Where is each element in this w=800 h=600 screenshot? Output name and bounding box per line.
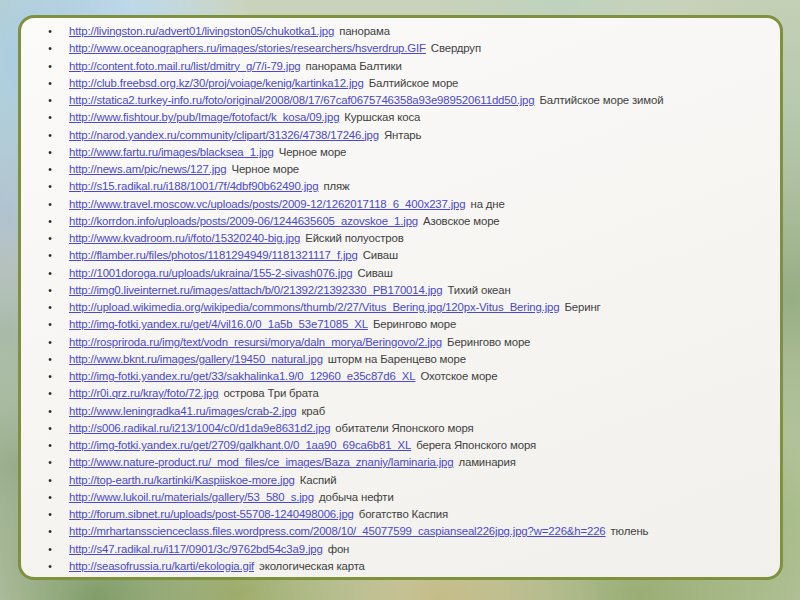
bullet-icon: •	[43, 127, 57, 144]
list-item: •http://img-fotki.yandex.ru/get/4/vil16.…	[33, 316, 772, 333]
link-label: Берингово море	[447, 336, 530, 348]
link-label: Балтийское море зимой	[539, 94, 663, 106]
link-label: острова Три брата	[223, 387, 318, 399]
link-url[interactable]: http://seasofrussia.ru/karti/ekologia.gi…	[69, 560, 254, 572]
link-url[interactable]: http://img0.liveinternet.ru/images/attac…	[69, 284, 442, 296]
list-item: •http://korrdon.info/uploads/posts/2009-…	[33, 213, 772, 230]
list-item: •http://s006.radikal.ru/i213/1004/c0/d1d…	[33, 420, 772, 437]
link-label: Беринг	[564, 301, 600, 313]
list-item: •http://mrhartansscienceclass.files.word…	[33, 523, 772, 540]
list-item: •http://upload.wikimedia.org/wikipedia/c…	[33, 299, 772, 316]
list-item: •http://forum.sibnet.ru/uploads/post-557…	[33, 506, 772, 523]
link-url[interactable]: http://www.nature-product.ru/_mod_files/…	[69, 456, 453, 468]
bullet-icon: •	[43, 489, 57, 506]
list-item: •http://s47.radikal.ru/i117/0901/3c/9762…	[33, 541, 772, 558]
link-label: добыча нефти	[319, 491, 394, 503]
bullet-icon: •	[43, 523, 57, 540]
link-label: фон	[328, 543, 350, 555]
link-url[interactable]: http://upload.wikimedia.org/wikipedia/co…	[69, 301, 559, 313]
bullet-icon: •	[43, 420, 57, 437]
bullet-icon: •	[43, 144, 57, 161]
bullet-icon: •	[43, 23, 57, 40]
bullet-icon: •	[43, 454, 57, 471]
list-item: •http://www.nature-product.ru/_mod_files…	[33, 454, 772, 471]
link-url[interactable]: http://img-fotki.yandex.ru/get/2709/galk…	[69, 439, 411, 451]
link-url[interactable]: http://img-fotki.yandex.ru/get/4/vil16.0…	[69, 318, 368, 330]
bullet-icon: •	[43, 334, 57, 351]
list-item: •http://statica2.turkey-info.ru/foto/ori…	[33, 92, 772, 109]
bullet-icon: •	[43, 40, 57, 57]
list-item: •http://www.fishtour.by/pub/Image/fotofa…	[33, 109, 772, 126]
bullet-icon: •	[43, 437, 57, 454]
link-url[interactable]: http://www.bknt.ru/images/gallery/19450_…	[69, 353, 323, 365]
link-url[interactable]: http://forum.sibnet.ru/uploads/post-5570…	[69, 508, 354, 520]
list-item: •http://club.freebsd.org.kz/30/proj/voia…	[33, 75, 772, 92]
link-url[interactable]: http://www.travel.moscow.vc/uploads/post…	[69, 198, 466, 210]
link-url[interactable]: http://mrhartansscienceclass.files.wordp…	[69, 525, 606, 537]
bullet-icon: •	[43, 161, 57, 178]
list-item: •http://livingston.ru/advert01/livingsto…	[33, 23, 772, 40]
link-label: богатство Каспия	[359, 508, 448, 520]
link-url[interactable]: http://img-fotki.yandex.ru/get/33/sakhal…	[69, 370, 415, 382]
link-url[interactable]: http://flamber.ru/files/photos/118129494…	[69, 249, 358, 261]
bullet-icon: •	[43, 196, 57, 213]
bullet-icon: •	[43, 92, 57, 109]
link-label: берега Японского моря	[416, 439, 536, 451]
list-item: •http://www.lukoil.ru/materials/gallery/…	[33, 489, 772, 506]
bullet-icon: •	[43, 403, 57, 420]
list-item: •http://www.leningradka41.ru/images/crab…	[33, 403, 772, 420]
link-url[interactable]: http://www.leningradka41.ru/images/crab-…	[69, 405, 297, 417]
link-label: экологическая карта	[259, 560, 365, 572]
link-label: краб	[302, 405, 326, 417]
bullet-icon: •	[43, 506, 57, 523]
list-item: •http://www.oceanographers.ru/images/sto…	[33, 40, 772, 57]
link-label: Янтарь	[384, 129, 421, 141]
link-label: Балтийское море	[369, 77, 459, 89]
bullet-icon: •	[43, 558, 57, 575]
link-label: Сиваш	[363, 249, 398, 261]
link-label: Тихий океан	[447, 284, 510, 296]
link-label: Ейский полуостров	[305, 232, 403, 244]
bullet-icon: •	[43, 299, 57, 316]
list-item: •http://seasofrussia.ru/karti/ekologia.g…	[33, 558, 772, 575]
link-url[interactable]: http://content.foto.mail.ru/list/dmitry_…	[69, 60, 301, 72]
links-panel: •http://livingston.ru/advert01/livingsto…	[18, 15, 783, 580]
link-url[interactable]: http://1001doroga.ru/uploads/ukraina/155…	[69, 267, 353, 279]
link-label: Азовское море	[423, 215, 499, 227]
list-item: •http://img-fotki.yandex.ru/get/33/sakha…	[33, 368, 772, 385]
bullet-icon: •	[43, 109, 57, 126]
link-url[interactable]: http://www.fishtour.by/pub/Image/fotofac…	[69, 111, 339, 123]
link-label: Сиваш	[358, 267, 393, 279]
bullet-icon: •	[43, 472, 57, 489]
bullet-icon: •	[43, 230, 57, 247]
link-label: Черное море	[231, 163, 299, 175]
bullet-icon: •	[43, 178, 57, 195]
bullet-icon: •	[43, 541, 57, 558]
link-url[interactable]: http://s47.radikal.ru/i117/0901/3c/9762b…	[69, 543, 323, 555]
link-label: панорама	[339, 25, 390, 37]
bullet-icon: •	[43, 75, 57, 92]
link-url[interactable]: http://top-earth.ru/kartinki/Kaspiiskoe-…	[69, 474, 295, 486]
list-item: •http://www.travel.moscow.vc/uploads/pos…	[33, 196, 772, 213]
link-url[interactable]: http://s15.radikal.ru/i188/1001/7f/4dbf9…	[69, 180, 318, 192]
link-url[interactable]: http://www.lukoil.ru/materials/gallery/5…	[69, 491, 314, 503]
link-url[interactable]: http://r0i.qrz.ru/kray/foto/72.jpg	[69, 387, 218, 399]
link-url[interactable]: http://s006.radikal.ru/i213/1004/c0/d1da…	[69, 422, 330, 434]
link-url[interactable]: http://statica2.turkey-info.ru/foto/orig…	[69, 94, 534, 106]
link-url[interactable]: http://narod.yandex.ru/community/clipart…	[69, 129, 379, 141]
link-url[interactable]: http://korrdon.info/uploads/posts/2009-0…	[69, 215, 418, 227]
list-item: •http://www.fartu.ru/images/blacksea_1.j…	[33, 144, 772, 161]
link-url[interactable]: http://club.freebsd.org.kz/30/proj/voiag…	[69, 77, 364, 89]
bullet-icon: •	[43, 351, 57, 368]
list-item: •http://1001doroga.ru/uploads/ukraina/15…	[33, 265, 772, 282]
link-url[interactable]: http://www.fartu.ru/images/blacksea_1.jp…	[69, 146, 274, 158]
link-label: ламинария	[458, 456, 515, 468]
link-url[interactable]: http://www.kvadroom.ru/i/foto/15320240-b…	[69, 232, 300, 244]
link-url[interactable]: http://rospriroda.ru/img/text/vodn_resur…	[69, 336, 442, 348]
bullet-icon: •	[43, 316, 57, 333]
list-item: •http://flamber.ru/files/photos/11812949…	[33, 247, 772, 264]
link-label: на дне	[471, 198, 505, 210]
link-url[interactable]: http://livingston.ru/advert01/livingston…	[69, 25, 334, 37]
link-url[interactable]: http://news.am/pic/news/127.jpg	[69, 163, 226, 175]
link-url[interactable]: http://www.oceanographers.ru/images/stor…	[69, 42, 426, 54]
